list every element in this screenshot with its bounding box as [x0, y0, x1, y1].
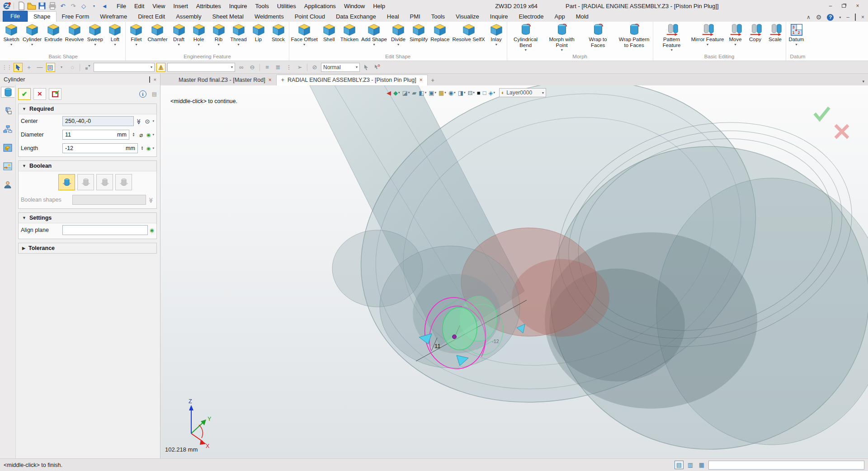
length-input[interactable]: -12 mm: [62, 143, 138, 153]
cancel-x-mark[interactable]: [835, 125, 848, 138]
ribbon-button[interactable]: Scale: [765, 22, 785, 42]
ribbon-tab[interactable]: Direct Edit: [132, 12, 170, 22]
ribbon-button[interactable]: Cylindrical Bend ▾: [508, 22, 544, 52]
ribbon-tab[interactable]: Assembly: [170, 12, 207, 22]
manager-frame-icon[interactable]: [2, 105, 14, 116]
user-role-icon[interactable]: [2, 179, 14, 190]
boolean-option-button[interactable]: [58, 174, 75, 190]
options-page-icon[interactable]: ▤: [152, 91, 157, 97]
point-picker-icon[interactable]: ⊙: [144, 118, 151, 125]
center-point-handle[interactable]: [453, 335, 457, 339]
menu-item[interactable]: Edit: [130, 2, 148, 10]
required-section-header[interactable]: ▼ Required: [19, 104, 156, 114]
combo-caret-icon[interactable]: ▾: [542, 91, 544, 95]
document-tab[interactable]: Master Rod final.Z3 - [Master Rod] ×: [174, 75, 276, 85]
history-tree-icon[interactable]: [2, 124, 14, 135]
list-toggle-icon[interactable]: ▦: [697, 461, 706, 469]
dropdown-caret-icon[interactable]: ▾: [303, 42, 305, 47]
ribbon-tab[interactable]: Point Cloud: [289, 12, 330, 22]
menu-item[interactable]: File: [113, 2, 130, 10]
boolean-option-button[interactable]: [96, 174, 113, 190]
background-black-icon[interactable]: ■: [476, 88, 481, 97]
cylinder-dialog-tab-icon[interactable]: [1, 87, 14, 98]
dropdown-caret-icon[interactable]: ▾: [434, 91, 436, 94]
dropdown-caret-icon[interactable]: ▾: [397, 42, 399, 47]
ok-button[interactable]: ✔: [18, 88, 31, 100]
boolean-option-button[interactable]: [77, 174, 94, 190]
confirm-check-mark[interactable]: [815, 108, 829, 119]
dropdown-caret-icon[interactable]: ▾: [31, 42, 33, 47]
document-tab[interactable]: + RADIAL ENGINE ASSEMBLY.Z3 - [Piston Pi…: [276, 75, 428, 85]
ribbon-button[interactable]: Loft ▾: [105, 22, 125, 47]
panel-restore-icon[interactable]: [149, 77, 150, 82]
command-input[interactable]: [708, 461, 864, 470]
qat-dropdown-caret-icon[interactable]: ▾: [90, 2, 99, 10]
ribbon-button[interactable]: Move ▾: [726, 22, 745, 47]
redo-icon[interactable]: ↷: [69, 2, 78, 10]
cursor-ghost-icon[interactable]: ➢: [295, 63, 304, 72]
diameter-spinner[interactable]: ▲▼: [131, 130, 136, 140]
center-input[interactable]: 250,-40,-0: [62, 116, 134, 126]
snap-cursor-icon[interactable]: [373, 63, 382, 72]
dropdown-caret-icon[interactable]: ▾: [454, 91, 456, 94]
dropdown-caret-icon[interactable]: ▾: [373, 42, 375, 47]
menu-item[interactable]: Window: [340, 2, 369, 10]
ribbon-button[interactable]: Lip: [249, 22, 269, 42]
menu-item[interactable]: View: [148, 2, 169, 10]
ribbon-button[interactable]: Wrap to Faces: [580, 22, 616, 48]
combo-caret-icon[interactable]: ▾: [151, 65, 152, 69]
settings-gear-icon[interactable]: ⚙: [816, 14, 822, 21]
close-button[interactable]: ×: [852, 2, 863, 10]
ribbon-tab[interactable]: PMI: [405, 12, 426, 22]
restore-button[interactable]: [838, 2, 850, 10]
minimize-button[interactable]: –: [825, 2, 836, 10]
ribbon-button[interactable]: Add Shape ▾: [360, 22, 388, 47]
tolerance-section-header[interactable]: ▶ Tolerance: [19, 243, 156, 253]
dropdown-caret-icon[interactable]: ▾: [525, 48, 527, 52]
ribbon-button[interactable]: Copy: [745, 22, 765, 42]
exit-render-icon[interactable]: ◀: [386, 88, 392, 97]
menu-item[interactable]: Help: [369, 2, 389, 10]
menu-item[interactable]: Inquire: [225, 2, 251, 10]
tab-close-icon[interactable]: ×: [269, 77, 272, 83]
dropdown-caret-icon[interactable]: ▾: [444, 91, 446, 94]
add-entity-icon[interactable]: ＋: [24, 63, 33, 72]
dropdown-caret-icon[interactable]: ▾: [135, 42, 137, 47]
reuse-value-icon[interactable]: ◉: [146, 146, 151, 151]
ribbon-button[interactable]: Replace: [429, 22, 451, 42]
reuse-caret-icon[interactable]: ▾: [152, 146, 154, 150]
pick-cursor-icon[interactable]: [362, 63, 371, 72]
paint-icon[interactable]: ▰: [411, 88, 417, 97]
save-icon[interactable]: [38, 2, 47, 10]
expand-chevrons-icon[interactable]: ≫: [136, 118, 142, 124]
ucs-icon[interactable]: [156, 63, 165, 72]
new-tab-button[interactable]: +: [428, 75, 438, 85]
ribbon-button[interactable]: Revolve: [64, 22, 85, 42]
remove-entity-icon[interactable]: —: [35, 63, 44, 72]
render-ban-icon[interactable]: ⊘: [310, 63, 319, 72]
viewport[interactable]: 11 -12 Z: [160, 85, 868, 458]
ribbon-button[interactable]: Resolve SelfX: [451, 22, 486, 42]
settings-section-header[interactable]: ▼ Settings: [19, 213, 156, 223]
ribbon-button[interactable]: Simplify: [408, 22, 429, 42]
dropdown-caret-icon[interactable]: ▾: [734, 42, 736, 47]
dropdown-caret-icon[interactable]: ▾: [217, 42, 219, 47]
sort-c-icon[interactable]: ⋮: [284, 63, 293, 72]
dropdown-caret-icon[interactable]: ▾: [408, 91, 410, 94]
dropdown-caret-icon[interactable]: ▾: [425, 91, 427, 94]
dropdown-caret-icon[interactable]: ▾: [94, 42, 96, 47]
diameter-symbol-icon[interactable]: ⌀: [138, 132, 145, 138]
anchor-lock-icon[interactable]: ⊖: [248, 63, 257, 72]
doc-close-button[interactable]: ×: [861, 14, 864, 20]
ribbon-button[interactable]: Wrap Pattern to Faces: [616, 22, 652, 48]
boolean-option-button[interactable]: [115, 174, 132, 190]
open-file-icon[interactable]: [27, 2, 36, 10]
info-icon[interactable]: i: [139, 90, 146, 98]
new-file-icon[interactable]: [17, 2, 26, 10]
tab-close-icon[interactable]: ×: [420, 77, 423, 83]
background-frame-icon[interactable]: □: [482, 88, 487, 97]
ribbon-tab[interactable]: Inquire: [485, 12, 514, 22]
ribbon-tab[interactable]: Shape: [28, 11, 57, 22]
panel-close-icon[interactable]: ×: [154, 77, 156, 82]
menu-item[interactable]: Insert: [169, 2, 192, 10]
